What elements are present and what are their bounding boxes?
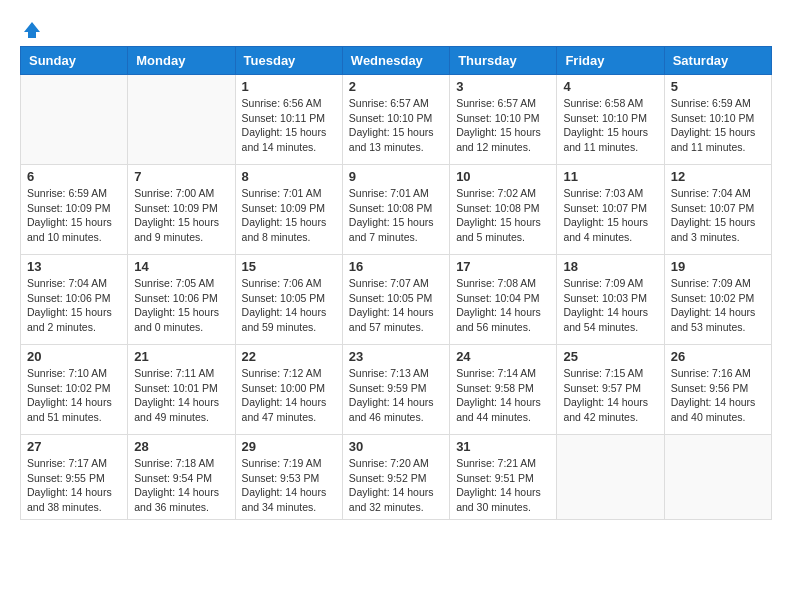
calendar-cell: 16 Sunrise: 7:07 AM Sunset: 10:05 PM Day… — [342, 255, 449, 345]
sunset: Sunset: 10:04 PM — [456, 291, 550, 306]
daylight: Daylight: 15 hours and 8 minutes. — [242, 215, 336, 244]
weekday-header: Friday — [557, 47, 664, 75]
sunrise: Sunrise: 7:05 AM — [134, 276, 228, 291]
calendar-cell: 28 Sunrise: 7:18 AM Sunset: 9:54 PM Dayl… — [128, 435, 235, 520]
day-info: Sunrise: 7:11 AM Sunset: 10:01 PM Daylig… — [134, 366, 228, 425]
sunrise: Sunrise: 6:59 AM — [671, 96, 765, 111]
day-number: 16 — [349, 259, 443, 274]
page-header — [20, 20, 772, 36]
sunrise: Sunrise: 7:10 AM — [27, 366, 121, 381]
sunset: Sunset: 10:05 PM — [349, 291, 443, 306]
sunrise: Sunrise: 7:09 AM — [671, 276, 765, 291]
calendar-cell: 18 Sunrise: 7:09 AM Sunset: 10:03 PM Day… — [557, 255, 664, 345]
daylight: Daylight: 14 hours and 46 minutes. — [349, 395, 443, 424]
weekday-header: Saturday — [664, 47, 771, 75]
calendar-cell: 31 Sunrise: 7:21 AM Sunset: 9:51 PM Dayl… — [450, 435, 557, 520]
day-info: Sunrise: 7:04 AM Sunset: 10:06 PM Daylig… — [27, 276, 121, 335]
daylight: Daylight: 14 hours and 34 minutes. — [242, 485, 336, 514]
day-info: Sunrise: 6:56 AM Sunset: 10:11 PM Daylig… — [242, 96, 336, 155]
day-number: 3 — [456, 79, 550, 94]
svg-marker-0 — [24, 22, 40, 38]
day-info: Sunrise: 7:17 AM Sunset: 9:55 PM Dayligh… — [27, 456, 121, 515]
day-info: Sunrise: 6:57 AM Sunset: 10:10 PM Daylig… — [456, 96, 550, 155]
sunrise: Sunrise: 7:04 AM — [671, 186, 765, 201]
calendar-cell: 8 Sunrise: 7:01 AM Sunset: 10:09 PM Dayl… — [235, 165, 342, 255]
sunrise: Sunrise: 7:06 AM — [242, 276, 336, 291]
day-number: 9 — [349, 169, 443, 184]
sunset: Sunset: 9:58 PM — [456, 381, 550, 396]
day-number: 31 — [456, 439, 550, 454]
calendar-cell: 2 Sunrise: 6:57 AM Sunset: 10:10 PM Dayl… — [342, 75, 449, 165]
sunrise: Sunrise: 7:21 AM — [456, 456, 550, 471]
sunrise: Sunrise: 7:11 AM — [134, 366, 228, 381]
day-info: Sunrise: 7:02 AM Sunset: 10:08 PM Daylig… — [456, 186, 550, 245]
sunset: Sunset: 10:11 PM — [242, 111, 336, 126]
logo-icon — [22, 20, 42, 40]
sunset: Sunset: 10:10 PM — [563, 111, 657, 126]
calendar-cell — [557, 435, 664, 520]
daylight: Daylight: 15 hours and 7 minutes. — [349, 215, 443, 244]
daylight: Daylight: 14 hours and 53 minutes. — [671, 305, 765, 334]
sunrise: Sunrise: 7:04 AM — [27, 276, 121, 291]
day-info: Sunrise: 7:05 AM Sunset: 10:06 PM Daylig… — [134, 276, 228, 335]
sunset: Sunset: 9:51 PM — [456, 471, 550, 486]
day-info: Sunrise: 7:13 AM Sunset: 9:59 PM Dayligh… — [349, 366, 443, 425]
sunrise: Sunrise: 7:18 AM — [134, 456, 228, 471]
sunrise: Sunrise: 7:20 AM — [349, 456, 443, 471]
calendar-cell: 1 Sunrise: 6:56 AM Sunset: 10:11 PM Dayl… — [235, 75, 342, 165]
calendar-header: SundayMondayTuesdayWednesdayThursdayFrid… — [21, 47, 772, 75]
sunrise: Sunrise: 6:59 AM — [27, 186, 121, 201]
day-info: Sunrise: 6:58 AM Sunset: 10:10 PM Daylig… — [563, 96, 657, 155]
sunset: Sunset: 9:56 PM — [671, 381, 765, 396]
day-info: Sunrise: 7:07 AM Sunset: 10:05 PM Daylig… — [349, 276, 443, 335]
daylight: Daylight: 15 hours and 9 minutes. — [134, 215, 228, 244]
sunset: Sunset: 10:06 PM — [134, 291, 228, 306]
calendar-row: 27 Sunrise: 7:17 AM Sunset: 9:55 PM Dayl… — [21, 435, 772, 520]
day-number: 27 — [27, 439, 121, 454]
calendar-cell: 26 Sunrise: 7:16 AM Sunset: 9:56 PM Dayl… — [664, 345, 771, 435]
day-info: Sunrise: 7:03 AM Sunset: 10:07 PM Daylig… — [563, 186, 657, 245]
sunset: Sunset: 10:06 PM — [27, 291, 121, 306]
daylight: Daylight: 14 hours and 54 minutes. — [563, 305, 657, 334]
daylight: Daylight: 14 hours and 49 minutes. — [134, 395, 228, 424]
day-number: 23 — [349, 349, 443, 364]
weekday-header: Thursday — [450, 47, 557, 75]
day-number: 2 — [349, 79, 443, 94]
day-info: Sunrise: 6:59 AM Sunset: 10:09 PM Daylig… — [27, 186, 121, 245]
day-number: 14 — [134, 259, 228, 274]
sunrise: Sunrise: 7:08 AM — [456, 276, 550, 291]
calendar-row: 20 Sunrise: 7:10 AM Sunset: 10:02 PM Day… — [21, 345, 772, 435]
sunset: Sunset: 10:08 PM — [349, 201, 443, 216]
day-info: Sunrise: 6:57 AM Sunset: 10:10 PM Daylig… — [349, 96, 443, 155]
day-number: 10 — [456, 169, 550, 184]
day-info: Sunrise: 7:00 AM Sunset: 10:09 PM Daylig… — [134, 186, 228, 245]
calendar-cell: 6 Sunrise: 6:59 AM Sunset: 10:09 PM Dayl… — [21, 165, 128, 255]
day-number: 13 — [27, 259, 121, 274]
calendar-cell: 13 Sunrise: 7:04 AM Sunset: 10:06 PM Day… — [21, 255, 128, 345]
sunset: Sunset: 9:54 PM — [134, 471, 228, 486]
sunset: Sunset: 10:10 PM — [349, 111, 443, 126]
daylight: Daylight: 14 hours and 44 minutes. — [456, 395, 550, 424]
day-info: Sunrise: 7:08 AM Sunset: 10:04 PM Daylig… — [456, 276, 550, 335]
sunrise: Sunrise: 7:17 AM — [27, 456, 121, 471]
daylight: Daylight: 14 hours and 42 minutes. — [563, 395, 657, 424]
daylight: Daylight: 15 hours and 5 minutes. — [456, 215, 550, 244]
calendar-cell: 11 Sunrise: 7:03 AM Sunset: 10:07 PM Day… — [557, 165, 664, 255]
daylight: Daylight: 14 hours and 57 minutes. — [349, 305, 443, 334]
day-number: 11 — [563, 169, 657, 184]
calendar-row: 1 Sunrise: 6:56 AM Sunset: 10:11 PM Dayl… — [21, 75, 772, 165]
calendar-cell: 7 Sunrise: 7:00 AM Sunset: 10:09 PM Dayl… — [128, 165, 235, 255]
weekday-header: Wednesday — [342, 47, 449, 75]
sunrise: Sunrise: 7:13 AM — [349, 366, 443, 381]
day-number: 6 — [27, 169, 121, 184]
sunset: Sunset: 9:52 PM — [349, 471, 443, 486]
day-info: Sunrise: 7:09 AM Sunset: 10:03 PM Daylig… — [563, 276, 657, 335]
calendar-cell: 29 Sunrise: 7:19 AM Sunset: 9:53 PM Dayl… — [235, 435, 342, 520]
daylight: Daylight: 15 hours and 14 minutes. — [242, 125, 336, 154]
day-number: 12 — [671, 169, 765, 184]
day-info: Sunrise: 7:01 AM Sunset: 10:08 PM Daylig… — [349, 186, 443, 245]
day-number: 15 — [242, 259, 336, 274]
sunset: Sunset: 10:10 PM — [671, 111, 765, 126]
calendar-cell: 12 Sunrise: 7:04 AM Sunset: 10:07 PM Day… — [664, 165, 771, 255]
calendar-cell: 30 Sunrise: 7:20 AM Sunset: 9:52 PM Dayl… — [342, 435, 449, 520]
